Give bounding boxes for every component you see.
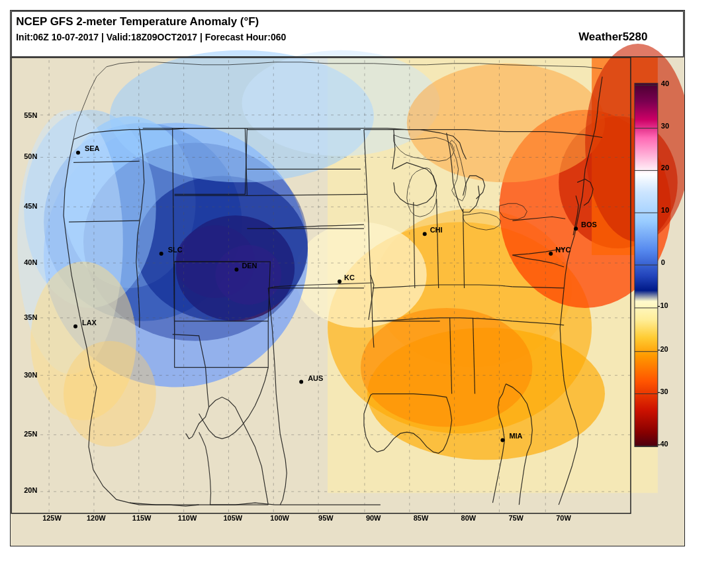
svg-text:20: 20: [661, 164, 669, 172]
svg-text:80W: 80W: [461, 514, 477, 522]
svg-point-27: [242, 50, 439, 156]
map-area: NCEP GFS 2-meter Temperature Anomaly (°F…: [10, 10, 685, 546]
svg-text:50N: 50N: [24, 152, 37, 160]
svg-text:BOS: BOS: [581, 221, 597, 229]
svg-text:105W: 105W: [223, 514, 242, 522]
svg-text:90W: 90W: [366, 514, 381, 522]
svg-text:20N: 20N: [24, 486, 37, 494]
svg-text:95W: 95W: [318, 514, 334, 522]
svg-text:40N: 40N: [24, 258, 37, 266]
svg-point-122: [549, 252, 553, 256]
svg-text:85W: 85W: [414, 514, 429, 522]
svg-text:SEA: SEA: [85, 144, 100, 152]
svg-point-110: [234, 268, 238, 272]
svg-text:Init:06Z 10-07-2017  |  Valid:: Init:06Z 10-07-2017 | Valid:18Z09OCT2017…: [16, 32, 286, 42]
svg-point-106: [76, 150, 80, 154]
svg-text:LAX: LAX: [82, 319, 97, 327]
svg-text:-40: -40: [658, 440, 668, 448]
svg-text:CHI: CHI: [430, 226, 443, 234]
svg-point-108: [159, 252, 163, 256]
svg-text:30: 30: [661, 122, 669, 130]
svg-text:100W: 100W: [270, 514, 289, 522]
svg-point-114: [299, 380, 303, 384]
svg-point-118: [338, 280, 341, 283]
svg-text:30N: 30N: [24, 371, 37, 379]
svg-text:25N: 25N: [24, 430, 37, 438]
svg-text:-30: -30: [658, 387, 668, 395]
svg-point-124: [574, 227, 578, 230]
main-container: NCEP GFS 2-meter Temperature Anomaly (°F…: [0, 0, 728, 563]
svg-text:AUS: AUS: [308, 374, 323, 382]
svg-text:DEN: DEN: [242, 262, 257, 270]
svg-text:SLC: SLC: [168, 246, 183, 254]
svg-point-116: [500, 438, 504, 442]
svg-text:45N: 45N: [24, 202, 37, 210]
svg-point-120: [423, 232, 427, 236]
svg-text:110W: 110W: [178, 514, 197, 522]
svg-text:KC: KC: [344, 274, 355, 282]
svg-text:NCEP GFS 2-meter Temperature A: NCEP GFS 2-meter Temperature Anomaly (°F…: [16, 15, 259, 28]
svg-text:125W: 125W: [42, 514, 62, 522]
svg-point-28: [407, 64, 605, 183]
svg-text:Weather5280: Weather5280: [578, 30, 647, 43]
svg-text:55N: 55N: [24, 111, 37, 119]
svg-text:-20: -20: [658, 345, 668, 353]
svg-point-112: [73, 325, 77, 329]
svg-point-12: [361, 308, 532, 427]
svg-point-13: [295, 222, 427, 328]
svg-text:115W: 115W: [132, 514, 152, 522]
svg-text:0: 0: [661, 258, 665, 266]
svg-text:-10: -10: [658, 301, 668, 309]
svg-text:120W: 120W: [87, 514, 106, 522]
svg-text:10: 10: [661, 206, 669, 214]
svg-text:70W: 70W: [556, 514, 571, 522]
svg-text:35N: 35N: [24, 313, 37, 321]
svg-text:MIA: MIA: [509, 432, 522, 440]
svg-text:40: 40: [661, 79, 669, 87]
svg-text:NYC: NYC: [555, 246, 570, 254]
svg-point-25: [64, 341, 156, 447]
map-svg: NCEP GFS 2-meter Temperature Anomaly (°F…: [11, 11, 684, 546]
svg-text:75W: 75W: [508, 514, 523, 522]
